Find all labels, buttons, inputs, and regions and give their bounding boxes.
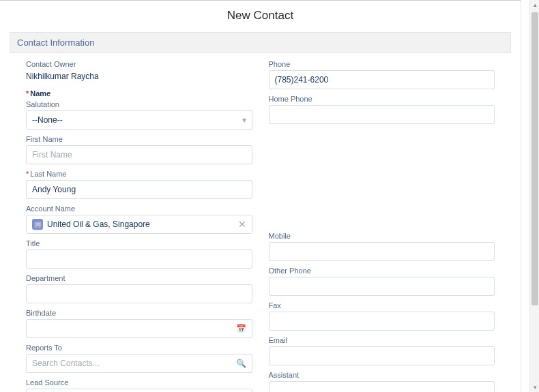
fax-field: Fax bbox=[269, 301, 495, 331]
modal-scroll[interactable]: New Contact Contact Information Contact … bbox=[0, 0, 521, 392]
email-label: Email bbox=[269, 336, 495, 344]
scroll-up-icon[interactable]: ▴ bbox=[530, 0, 539, 10]
page-scrollbar[interactable]: ▴ ▾ bbox=[529, 0, 539, 392]
lead-source-select[interactable]: Contact Using Hack ▾ bbox=[26, 389, 252, 392]
search-icon[interactable]: 🔍 bbox=[236, 359, 246, 368]
mobile-input[interactable] bbox=[275, 247, 489, 256]
department-label: Department bbox=[26, 274, 252, 282]
title-label: Title bbox=[26, 239, 252, 247]
chevron-down-icon[interactable]: ▾ bbox=[242, 115, 246, 125]
phone-label: Phone bbox=[269, 60, 495, 68]
mobile-label: Mobile bbox=[269, 232, 495, 240]
department-field: Department bbox=[26, 274, 252, 303]
reports-to-label: Reports To bbox=[26, 344, 252, 352]
birthdate-input[interactable] bbox=[32, 324, 232, 333]
title-input[interactable] bbox=[32, 254, 246, 264]
section-contact-info: Contact Information bbox=[10, 32, 511, 53]
email-input[interactable] bbox=[275, 351, 489, 361]
scroll-thumb[interactable] bbox=[531, 12, 538, 305]
last-name-input[interactable] bbox=[32, 185, 246, 194]
home-phone-input[interactable] bbox=[275, 110, 489, 119]
birthdate-label: Birthdate bbox=[26, 309, 252, 317]
name-heading: Name bbox=[26, 89, 252, 97]
contact-owner-value: Nikhilkumar Raycha bbox=[26, 70, 252, 84]
contact-owner-field: Contact Owner Nikhilkumar Raycha bbox=[26, 60, 252, 84]
other-phone-field: Other Phone bbox=[269, 267, 495, 296]
email-field: Email bbox=[269, 336, 495, 365]
reports-to-input[interactable] bbox=[32, 359, 232, 368]
lead-source-field: Lead Source Contact Using Hack ▾ bbox=[26, 378, 252, 392]
account-name-label: Account Name bbox=[26, 205, 252, 213]
salutation-label: Salutation bbox=[26, 100, 252, 108]
account-lookup[interactable]: 🏢 United Oil & Gas, Singapore ✕ bbox=[26, 215, 252, 234]
account-icon: 🏢 bbox=[32, 219, 43, 230]
other-phone-label: Other Phone bbox=[269, 267, 495, 275]
scroll-down-icon[interactable]: ▾ bbox=[530, 382, 539, 392]
fax-input[interactable] bbox=[275, 316, 489, 326]
calendar-icon[interactable]: 📅 bbox=[236, 324, 246, 333]
account-value: United Oil & Gas, Singapore bbox=[47, 220, 150, 229]
fax-label: Fax bbox=[269, 301, 495, 310]
modal-title: New Contact bbox=[0, 1, 521, 32]
first-name-label: First Name bbox=[26, 135, 252, 143]
first-name-input[interactable] bbox=[32, 150, 246, 160]
salutation-select[interactable]: --None-- ▾ bbox=[26, 110, 252, 130]
last-name-label: Last Name bbox=[26, 170, 252, 178]
home-phone-field: Home Phone bbox=[269, 95, 495, 124]
assistant-label: Assistant bbox=[269, 371, 495, 379]
reports-to-lookup[interactable]: 🔍 bbox=[26, 354, 252, 373]
account-name-field: Account Name 🏢 United Oil & Gas, Singapo… bbox=[26, 205, 252, 234]
other-phone-input[interactable] bbox=[275, 282, 489, 291]
clear-account-icon[interactable]: ✕ bbox=[238, 220, 246, 229]
salutation-value: --None-- bbox=[32, 115, 238, 125]
first-name-field: First Name bbox=[26, 135, 252, 164]
right-column: Phone Home Phone Mobile Other Phone Fax bbox=[269, 60, 495, 392]
mobile-field: Mobile bbox=[269, 232, 495, 261]
department-input[interactable] bbox=[32, 289, 246, 299]
assistant-input[interactable] bbox=[275, 386, 489, 392]
contact-owner-label: Contact Owner bbox=[26, 60, 252, 68]
salutation-field: Salutation --None-- ▾ bbox=[26, 100, 252, 130]
birthdate-input-wrap[interactable]: 📅 bbox=[26, 319, 252, 338]
home-phone-label: Home Phone bbox=[269, 95, 495, 103]
lead-source-label: Lead Source bbox=[26, 378, 252, 387]
birthdate-field: Birthdate 📅 bbox=[26, 309, 252, 338]
assistant-field: Assistant bbox=[269, 371, 495, 392]
phone-input[interactable] bbox=[275, 75, 489, 85]
reports-to-field: Reports To 🔍 bbox=[26, 344, 252, 373]
last-name-field: Last Name bbox=[26, 170, 252, 199]
title-field: Title bbox=[26, 239, 252, 269]
left-column: Contact Owner Nikhilkumar Raycha Name Sa… bbox=[26, 60, 252, 392]
phone-field: Phone bbox=[269, 60, 495, 89]
